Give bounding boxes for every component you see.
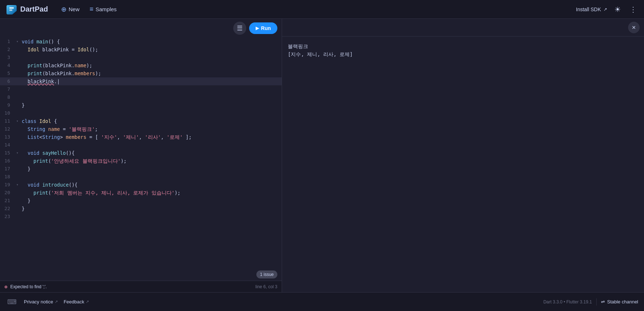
- code-line: 16 print('안녕하세요 블랙핑크입니다');: [0, 157, 282, 165]
- code-line: 12 String name = '블랙핑크';: [0, 125, 282, 133]
- line-number: 21: [0, 197, 14, 205]
- feedback-link[interactable]: Feedback ↗: [64, 299, 89, 304]
- editor-panel: ☰ ▶ Run 1▾void main() {2 Idol blackPink …: [0, 19, 282, 292]
- app-title: DartPad: [20, 5, 48, 13]
- line-number: 5: [0, 69, 14, 77]
- code-line: 11▾class Idol {: [0, 117, 282, 125]
- code-line: 13 List<String> members = [ '지수', '제니', …: [0, 133, 282, 141]
- line-number: 15: [0, 149, 14, 157]
- clear-output-button[interactable]: ✕: [628, 22, 640, 33]
- fold-indicator[interactable]: ▾: [14, 149, 20, 157]
- line-code: String name = '블랙핑크';: [20, 125, 282, 133]
- code-line: 8: [0, 93, 282, 101]
- line-number: 16: [0, 157, 14, 165]
- samples-icon: ≡: [90, 5, 94, 13]
- line-code: }: [20, 101, 282, 109]
- line-number: 3: [0, 54, 14, 61]
- sun-icon: ☀: [614, 5, 621, 13]
- output-content: 블랙핑크[지수, 제니, 리사, 로제]: [282, 37, 644, 292]
- line-number: 9: [0, 101, 14, 109]
- external-link-icon: ↗: [86, 299, 89, 304]
- code-line: 7: [0, 85, 282, 93]
- code-line: 10: [0, 109, 282, 117]
- line-number: 7: [0, 85, 14, 93]
- line-code: void sayHello(){: [20, 149, 282, 157]
- new-label: New: [69, 6, 80, 12]
- version-info: Dart 3.3.0 • Flutter 3.19.1: [543, 299, 592, 304]
- line-code: print(blackPink.members);: [20, 69, 282, 77]
- line-code: print(blackPink.name);: [20, 61, 282, 69]
- line-number: 8: [0, 93, 14, 101]
- settings-button[interactable]: ⋮: [628, 4, 638, 15]
- divider: [596, 298, 597, 306]
- line-number: 19: [0, 181, 14, 189]
- line-number: 23: [0, 213, 14, 221]
- code-line: 2 Idol blackPink = Idol();: [0, 46, 282, 54]
- issues-area: 1 issue: [0, 268, 282, 281]
- line-number: 17: [0, 165, 14, 173]
- code-editor[interactable]: 1▾void main() {2 Idol blackPink = Idol()…: [0, 38, 282, 268]
- line-code: List<String> members = [ '지수', '제니', '리사…: [20, 133, 282, 141]
- theme-toggle-button[interactable]: ☀: [613, 4, 622, 15]
- line-code: }: [20, 197, 282, 205]
- line-number: 12: [0, 125, 14, 133]
- external-link-icon: ↗: [55, 299, 58, 304]
- channel-label: Stable channel: [607, 299, 638, 304]
- editor-toolbar: ☰ ▶ Run: [0, 19, 282, 38]
- code-line: 15▾ void sayHello(){: [0, 149, 282, 157]
- run-label: Run: [261, 25, 271, 31]
- bottom-left: ⌨ Privacy notice ↗ Feedback ↗: [6, 297, 89, 307]
- privacy-notice-link[interactable]: Privacy notice ↗: [24, 299, 58, 304]
- bottombar: ⌨ Privacy notice ↗ Feedback ↗ Dart 3.3.0…: [0, 292, 644, 311]
- close-icon: ✕: [632, 25, 636, 30]
- format-button[interactable]: ☰: [233, 22, 246, 35]
- keyboard-icon[interactable]: ⌨: [6, 297, 18, 307]
- privacy-label: Privacy notice: [24, 299, 53, 304]
- fold-indicator[interactable]: ▾: [14, 117, 20, 125]
- code-line: 20 print('저희 멤버는 지수, 제니, 리사, 로제가 있습니다');: [0, 189, 282, 197]
- channel-button[interactable]: ⇌ Stable channel: [601, 299, 638, 304]
- samples-label: Samples: [95, 6, 116, 12]
- install-sdk-button[interactable]: Install SDK ↗: [576, 7, 607, 12]
- error-icon: ⊗: [4, 284, 7, 290]
- external-link-icon: ↗: [604, 7, 607, 12]
- issues-badge[interactable]: 1 issue: [256, 270, 277, 278]
- play-icon: ▶: [256, 26, 259, 31]
- line-number: 20: [0, 189, 14, 197]
- line-number: 1: [0, 38, 14, 46]
- line-number: 22: [0, 205, 14, 213]
- topbar: DartPad ⊕ New ≡ Samples Install SDK ↗ ☀ …: [0, 0, 644, 19]
- new-button[interactable]: ⊕ New: [57, 3, 84, 16]
- code-line: 3: [0, 54, 282, 61]
- code-line: 5 print(blackPink.members);: [0, 69, 282, 77]
- code-line: 23: [0, 213, 282, 221]
- line-code: void introduce(){: [20, 181, 282, 189]
- cursor-position: line 6, col 3: [255, 284, 277, 289]
- line-code: class Idol {: [20, 117, 282, 125]
- topbar-right: Install SDK ↗ ☀ ⋮: [576, 4, 638, 15]
- code-line: 22 }: [0, 205, 282, 213]
- run-button[interactable]: ▶ Run: [249, 22, 277, 34]
- output-panel: ✕ 블랙핑크[지수, 제니, 리사, 로제]: [282, 19, 644, 292]
- fold-indicator[interactable]: ▾: [14, 38, 20, 46]
- plus-icon: ⊕: [61, 5, 67, 13]
- bottom-right: Dart 3.3.0 • Flutter 3.19.1 ⇌ Stable cha…: [543, 298, 638, 306]
- output-line: [지수, 제니, 리사, 로제]: [288, 50, 638, 58]
- line-number: 14: [0, 141, 14, 149]
- code-line: 4 print(blackPink.name);: [0, 61, 282, 69]
- settings-icon: ⋮: [630, 5, 637, 13]
- line-number: 13: [0, 133, 14, 141]
- line-code: blackPink.|: [20, 77, 282, 85]
- code-line: 6 blackPink.|: [0, 77, 282, 85]
- line-number: 18: [0, 173, 14, 181]
- line-code: Idol blackPink = Idol();: [20, 46, 282, 54]
- line-number: 2: [0, 46, 14, 54]
- dart-logo-icon: [6, 4, 17, 15]
- code-line: 9 }: [0, 101, 282, 109]
- code-line: 21 }: [0, 197, 282, 205]
- fold-indicator[interactable]: ▾: [14, 181, 20, 189]
- format-icon: ☰: [237, 24, 243, 32]
- line-code: }: [20, 165, 282, 173]
- logo-area: DartPad: [6, 4, 48, 15]
- samples-button[interactable]: ≡ Samples: [85, 3, 121, 15]
